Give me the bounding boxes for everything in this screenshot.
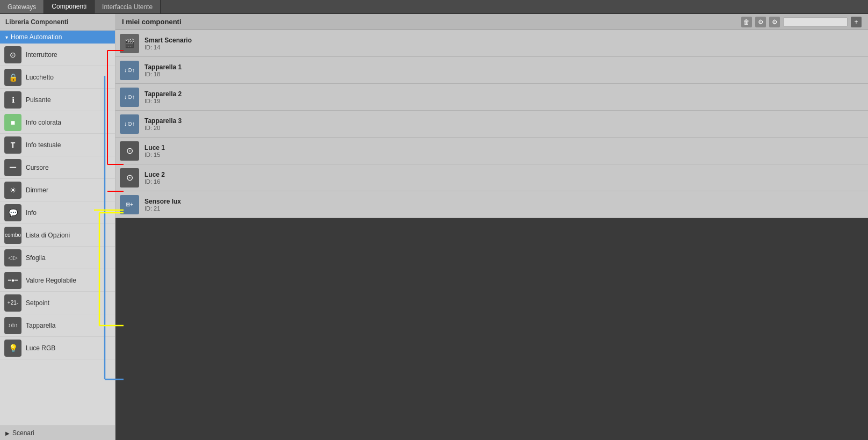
info-icon: 💬 (4, 204, 21, 221)
luce-1-icon: ⊙ (120, 141, 139, 161)
tapparella-1-info: Tapparella 1 ID: 18 (144, 63, 182, 77)
component-row-tapparella-1[interactable]: ↓⊙↑ Tapparella 1 ID: 18 (115, 57, 868, 84)
sidebar-header: Libreria Componenti (0, 14, 115, 31)
tapparella-2-info: Tapparella 2 ID: 19 (144, 90, 182, 104)
tapparella-label: Tapparella (26, 322, 55, 329)
tapparella-2-name: Tapparella 2 (144, 90, 182, 98)
sidebar-items: ⊙ Interruttore 🔒 Lucchetto ℹ Pulsante ■ … (0, 44, 115, 425)
info-colorata-label: Info colorata (26, 119, 61, 126)
pulsante-label: Pulsante (26, 96, 51, 104)
luce-2-name: Luce 2 (144, 171, 165, 178)
component-row-smart-scenario[interactable]: 🎬 Smart Scenario ID: 14 (115, 30, 868, 57)
component-row-sensore-lux[interactable]: ⊞+ Sensore lux ID: 21 (115, 191, 868, 218)
tapparella-3-info: Tapparella 3 ID: 20 (144, 117, 182, 131)
dimmer-icon: ☀ (4, 182, 21, 199)
dark-area (115, 218, 868, 440)
dimmer-label: Dimmer (26, 186, 48, 194)
sidebar-item-luce-rgb[interactable]: 💡 Luce RGB (0, 337, 115, 359)
interruttore-icon: ⊙ (4, 46, 21, 63)
cursore-label: Cursore (26, 164, 49, 171)
settings2-button[interactable]: ⚙ (769, 17, 780, 27)
smart-scenario-icon: 🎬 (120, 34, 139, 53)
tapparella-icon: ↕⊙↑ (4, 317, 21, 334)
add-button[interactable]: + (851, 17, 862, 27)
pulsante-icon: ℹ (4, 91, 21, 109)
setpoint-label: Setpoint (26, 299, 49, 307)
delete-button[interactable]: 🗑 (741, 17, 752, 27)
smart-scenario-id: ID: 14 (144, 44, 192, 51)
sensore-lux-icon: ⊞+ (120, 195, 139, 214)
panel-title: I miei componenti (122, 18, 182, 26)
sidebar-item-setpoint[interactable]: +21- Setpoint (0, 292, 115, 314)
settings-button[interactable]: ⚙ (755, 17, 766, 27)
luce-rgb-label: Luce RGB (26, 344, 55, 352)
smart-scenario-info: Smart Scenario ID: 14 (144, 37, 192, 51)
sidebar-item-tapparella[interactable]: ↕⊙↑ Tapparella (0, 314, 115, 337)
sidebar-item-pulsante[interactable]: ℹ Pulsante (0, 89, 115, 111)
tapparella-3-name: Tapparella 3 (144, 117, 182, 125)
sidebar-item-info-colorata[interactable]: ■ Info colorata (0, 111, 115, 134)
sidebar-footer-scenari[interactable]: Scenari (0, 425, 115, 440)
info-label: Info (26, 209, 37, 217)
tab-interfaccia[interactable]: Interfaccia Utente (95, 0, 161, 13)
component-row-tapparella-3[interactable]: ↓⊙↑ Tapparella 3 ID: 20 (115, 111, 868, 138)
luce-2-id: ID: 16 (144, 178, 165, 185)
luce-2-info: Luce 2 ID: 16 (144, 171, 165, 185)
sidebar-item-valore-regolabile[interactable]: ━●━ Valore Regolabile (0, 269, 115, 292)
valore-label: Valore Regolabile (26, 277, 76, 284)
lista-icon: combo (4, 227, 21, 244)
sidebar-item-cursore[interactable]: ━━ Cursore (0, 156, 115, 179)
sensore-lux-info: Sensore lux ID: 21 (144, 198, 181, 212)
right-header: I miei componenti 🗑 ⚙ ⚙ + (115, 14, 868, 30)
lista-label: Lista di Opzioni (26, 232, 70, 239)
tab-gateways[interactable]: Gateways (0, 0, 44, 13)
search-input[interactable] (783, 17, 848, 27)
tapparella-2-id: ID: 19 (144, 98, 182, 104)
info-colorata-icon: ■ (4, 114, 21, 131)
sidebar-item-lucchetto[interactable]: 🔒 Lucchetto (0, 66, 115, 89)
sidebar-item-dimmer[interactable]: ☀ Dimmer (0, 179, 115, 201)
sidebar-item-lista-opzioni[interactable]: combo Lista di Opzioni (0, 224, 115, 247)
component-row-luce-2[interactable]: ⊙ Luce 2 ID: 16 (115, 164, 868, 191)
luce-1-id: ID: 15 (144, 152, 165, 158)
info-testuale-label: Info testuale (26, 141, 61, 149)
component-list: 🎬 Smart Scenario ID: 14 ↓⊙↑ Tapparella 1… (115, 30, 868, 218)
sidebar-item-info-testuale[interactable]: T Info testuale (0, 134, 115, 156)
luce-1-info: Luce 1 ID: 15 (144, 144, 165, 158)
component-row-luce-1[interactable]: ⊙ Luce 1 ID: 15 (115, 138, 868, 164)
tapparella-1-id: ID: 18 (144, 71, 182, 77)
header-actions: 🗑 ⚙ ⚙ + (741, 17, 862, 27)
smart-scenario-name: Smart Scenario (144, 37, 192, 44)
sensore-lux-name: Sensore lux (144, 198, 181, 205)
sidebar-item-interruttore[interactable]: ⊙ Interruttore (0, 44, 115, 66)
sfoglia-label: Sfoglia (26, 254, 46, 262)
tapparella-2-icon: ↓⊙↑ (120, 88, 139, 107)
tapparella-3-icon: ↓⊙↑ (120, 114, 139, 134)
valore-icon: ━●━ (4, 272, 21, 289)
sidebar-section-home-automation[interactable]: Home Automation (0, 31, 115, 44)
lucchetto-icon: 🔒 (4, 69, 21, 86)
setpoint-icon: +21- (4, 294, 21, 312)
sidebar-item-info[interactable]: 💬 Info (0, 201, 115, 224)
info-testuale-icon: T (4, 136, 21, 154)
luce-2-icon: ⊙ (120, 168, 139, 187)
sfoglia-icon: ◁ ▷ (4, 249, 21, 266)
tapparella-1-name: Tapparella 1 (144, 63, 182, 71)
cursore-icon: ━━ (4, 159, 21, 176)
component-row-tapparella-2[interactable]: ↓⊙↑ Tapparella 2 ID: 19 (115, 84, 868, 111)
tab-bar: Gateways Componenti Interfaccia Utente (0, 0, 868, 14)
right-panel: I miei componenti 🗑 ⚙ ⚙ + 🎬 (115, 14, 868, 440)
lucchetto-label: Lucchetto (26, 74, 54, 81)
luce-rgb-icon: 💡 (4, 340, 21, 357)
tapparella-3-id: ID: 20 (144, 125, 182, 131)
tab-componenti[interactable]: Componenti (44, 0, 95, 13)
sensore-lux-id: ID: 21 (144, 205, 181, 212)
interruttore-label: Interruttore (26, 51, 57, 59)
sidebar: Libreria Componenti Home Automation ⊙ In… (0, 14, 115, 440)
sidebar-item-sfoglia[interactable]: ◁ ▷ Sfoglia (0, 247, 115, 269)
main-layout: Libreria Componenti Home Automation ⊙ In… (0, 14, 868, 440)
luce-1-name: Luce 1 (144, 144, 165, 152)
tapparella-1-icon: ↓⊙↑ (120, 61, 139, 80)
